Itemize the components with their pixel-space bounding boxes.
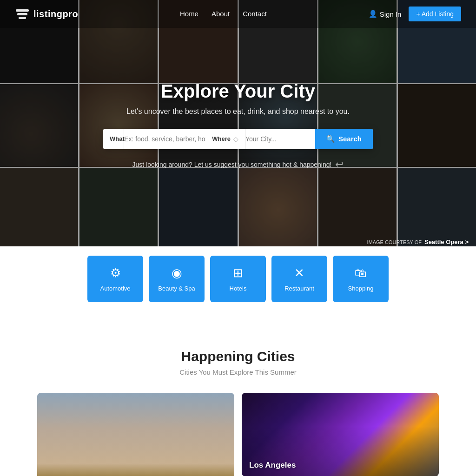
add-listing-button[interactable]: + Add Listing [409,7,461,21]
city-card-chicago[interactable]: Chicago [37,393,234,476]
beauty-spa-label: Beauty & Spa [158,285,195,292]
hero-section: Explore Your City Let's uncover the best… [0,0,476,251]
svg-rect-0 [16,9,29,12]
shopping-label: Shopping [348,285,374,292]
svg-rect-2 [19,17,26,19]
what-label: What [110,135,125,142]
hero-title: Explore Your City [103,81,373,102]
hotels-icon: ⊞ [233,266,243,280]
nav-links: Home About Contact [180,10,267,18]
category-hotels[interactable]: ⊞ Hotels [210,256,266,302]
city-card-los-angeles[interactable]: Los Angeles [242,393,439,476]
logo[interactable]: listingpro [15,7,78,21]
hotels-label: Hotels [230,285,247,292]
search-where-section: Where ◇ [205,129,245,149]
hero-suggest: Just looking around? Let us suggest you … [103,159,373,171]
search-icon: 🔍 [326,135,335,143]
category-restaurant[interactable]: ✕ Restaurant [271,256,327,302]
nav-home[interactable]: Home [180,10,198,18]
search-bar: What Where ◇ 🔍 Search [103,129,373,149]
nav-about[interactable]: About [212,10,230,18]
category-shopping[interactable]: 🛍 Shopping [333,256,389,302]
image-courtesy: IMAGE COURTESY OF Seattle Opera > [367,238,469,245]
shopping-icon: 🛍 [355,266,367,280]
beauty-spa-icon: ◉ [172,266,182,280]
la-name: Los Angeles [249,461,296,470]
cities-grid: Chicago Los Angeles New York San Francis… [37,393,439,476]
where-label: Where [212,135,231,142]
chicago-overlay [37,393,234,476]
automotive-label: Automotive [100,285,130,292]
sign-in-button[interactable]: 👤 Sign In [369,10,402,18]
svg-rect-1 [17,13,27,15]
user-icon: 👤 [369,10,377,18]
search-where-input[interactable] [245,129,315,149]
happening-cities-section: Happening Cities Cities You Must Explore… [0,321,476,476]
restaurant-label: Restaurant [284,285,314,292]
section-title: Happening Cities [37,349,439,364]
hero-content: Explore Your City Let's uncover the best… [94,81,382,171]
restaurant-icon: ✕ [294,266,304,280]
nav-contact[interactable]: Contact [243,10,267,18]
hero-subtitle: Let's uncover the best places to eat, dr… [103,107,373,116]
categories-section: ⚙ Automotive ◉ Beauty & Spa ⊞ Hotels ✕ R… [0,246,476,321]
section-subtitle: Cities You Must Explore This Summer [37,368,439,376]
automotive-icon: ⚙ [110,266,121,280]
search-what-input[interactable] [124,129,205,149]
category-beauty-spa[interactable]: ◉ Beauty & Spa [149,256,205,302]
image-courtesy-name[interactable]: Seattle Opera > [424,238,469,245]
search-what-section: What [103,129,124,149]
category-automotive[interactable]: ⚙ Automotive [87,256,143,302]
search-button[interactable]: 🔍 Search [315,129,373,149]
suggest-arrow-icon: ↩ [335,159,344,171]
navbar-actions: 👤 Sign In + Add Listing [369,7,461,21]
navbar: listingpro Home About Contact 👤 Sign In … [0,0,476,28]
location-icon: ◇ [233,135,238,143]
